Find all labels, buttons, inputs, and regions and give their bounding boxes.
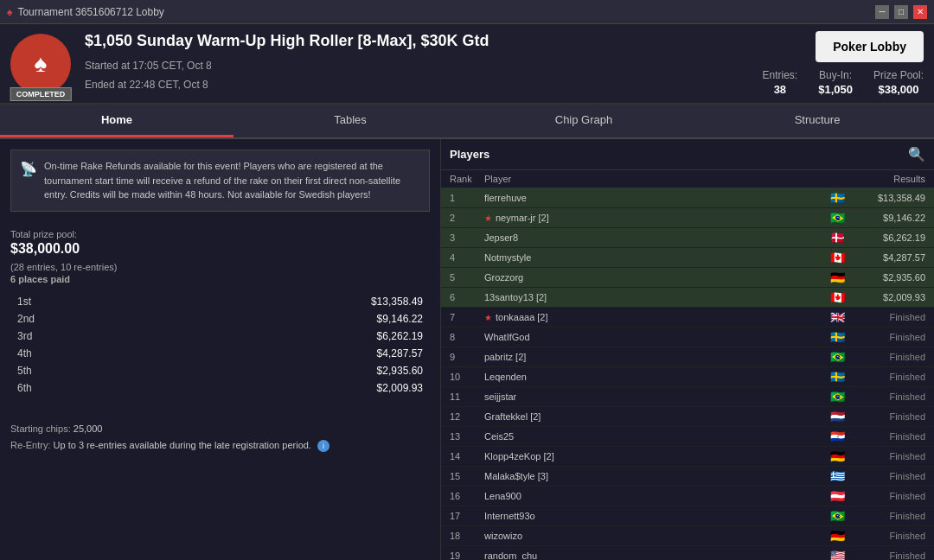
player-rank: 15 <box>450 471 484 481</box>
payout-place: 1st <box>10 293 145 310</box>
player-row[interactable]: 16Lena900🇦🇹Finished <box>441 487 934 506</box>
player-rank: 9 <box>450 352 484 362</box>
player-rank: 3 <box>450 232 484 243</box>
player-row[interactable]: 14Klopp4zeKop [2]🇩🇪Finished <box>441 447 934 467</box>
player-row[interactable]: 7★tonkaaaa [2]🇬🇧Finished <box>441 308 934 328</box>
player-name: Malaka$tyle [3] <box>484 471 830 481</box>
player-rank: 16 <box>450 491 484 501</box>
reentry-val: Up to 3 re-entries available during the … <box>54 440 311 450</box>
header: ♠ COMPLETED $1,050 Sunday Warm-Up High R… <box>0 24 934 105</box>
player-name: wizowizo <box>484 531 830 541</box>
player-name: flerrehuve <box>484 193 830 203</box>
player-name: random_chu <box>484 550 830 560</box>
right-panel: Players 🔍 Rank Player Results 1flerrehuv… <box>441 139 934 560</box>
player-row[interactable]: 15Malaka$tyle [3]🇬🇷Finished <box>441 467 934 487</box>
player-result: Finished <box>856 312 925 322</box>
reentry-row: Re-Entry: Up to 3 re-entries available d… <box>10 437 430 455</box>
player-result: Finished <box>856 332 925 342</box>
player-row[interactable]: 11seijjstar🇧🇷Finished <box>441 387 934 407</box>
payout-row: 2nd$9,146.22 <box>10 310 430 328</box>
search-icon[interactable]: 🔍 <box>908 146 925 162</box>
payout-place: 5th <box>10 362 145 379</box>
player-name: Jepser8 <box>484 232 830 243</box>
maximize-button[interactable]: □ <box>894 5 908 19</box>
player-rank: 1 <box>450 193 484 203</box>
logo-spade-icon: ♠ <box>35 50 48 78</box>
starting-chips-val: 25,000 <box>74 423 103 434</box>
player-row[interactable]: 19random_chu🇺🇸Finished <box>441 546 934 560</box>
notice-box: 📡 On-time Rake Refunds available for thi… <box>10 150 430 212</box>
player-row[interactable]: 3Jepser8🇩🇰$6,262.19 <box>441 228 934 248</box>
player-result: Finished <box>856 531 925 541</box>
info-icon[interactable]: i <box>317 440 329 452</box>
player-row[interactable]: 4Notmystyle🇨🇦$4,287.57 <box>441 248 934 268</box>
player-row[interactable]: 9pabritz [2]🇧🇷Finished <box>441 347 934 367</box>
player-flag: 🇩🇪 <box>830 270 856 284</box>
player-row[interactable]: 1flerrehuve🇸🇪$13,358.49 <box>441 188 934 208</box>
player-name: seijjstar <box>484 391 830 402</box>
players-header: Players 🔍 <box>441 139 934 170</box>
player-row[interactable]: 12Graftekkel [2]🇳🇱Finished <box>441 407 934 427</box>
player-result: $4,287.57 <box>856 252 925 263</box>
nav-tabs: Home Tables Chip Graph Structure <box>0 105 934 139</box>
prize-info: Total prize pool: $38,000.00 (28 entries… <box>10 222 430 404</box>
tournament-info: $1,050 Sunday Warm-Up High Roller [8-Max… <box>85 32 749 94</box>
player-rank: 19 <box>450 550 484 560</box>
completed-badge: COMPLETED <box>10 87 72 101</box>
player-result: Finished <box>856 352 925 362</box>
tab-home[interactable]: Home <box>0 105 234 137</box>
player-row[interactable]: 5Grozzorg🇩🇪$2,935.60 <box>441 268 934 288</box>
player-rank: 13 <box>450 431 484 442</box>
player-row[interactable]: 2★neymar-jr [2]🇧🇷$9,146.22 <box>441 208 934 228</box>
payout-place: 2nd <box>10 310 145 328</box>
player-result: Finished <box>856 471 925 481</box>
player-flag: 🇸🇪 <box>830 370 856 384</box>
app-icon: ♠ <box>7 6 12 18</box>
antenna-icon: 📡 <box>20 159 37 202</box>
player-flag: 🇳🇱 <box>830 410 856 423</box>
player-rank: 5 <box>450 272 484 283</box>
player-name: pabritz [2] <box>484 352 830 362</box>
player-flag: 🇬🇷 <box>830 469 856 483</box>
player-row[interactable]: 13Ceis25🇵🇾Finished <box>441 427 934 447</box>
player-name: WhatIfGod <box>484 332 830 342</box>
player-result: Finished <box>856 550 925 560</box>
entries-value: 38 <box>763 83 798 96</box>
payout-amount: $9,146.22 <box>145 310 430 328</box>
main-content: 📡 On-time Rake Refunds available for thi… <box>0 139 934 560</box>
player-name: 13santoy13 [2] <box>484 292 830 302</box>
player-row[interactable]: 10Leqenden🇸🇪Finished <box>441 367 934 387</box>
players-list[interactable]: 1flerrehuve🇸🇪$13,358.492★neymar-jr [2]🇧🇷… <box>441 188 934 560</box>
payout-row: 6th$2,009.93 <box>10 379 430 397</box>
buyin-value: $1,050 <box>818 83 853 96</box>
entries-label: Entries: <box>763 69 798 81</box>
title-bar-title: Tournament 3651606712 Lobby <box>17 6 163 18</box>
player-rank: 7 <box>450 312 484 322</box>
player-rank: 18 <box>450 531 484 541</box>
prize-pool-value: $38,000 <box>873 83 924 96</box>
player-flag: 🇸🇪 <box>830 191 856 205</box>
tab-tables[interactable]: Tables <box>234 105 467 137</box>
player-name: ★neymar-jr [2] <box>484 213 830 223</box>
tab-structure[interactable]: Structure <box>700 105 934 137</box>
prize-pool-label: Prize Pool: <box>873 69 924 81</box>
player-row[interactable]: 18wizowizo🇩🇪Finished <box>441 526 934 546</box>
payouts-table: 1st$13,358.492nd$9,146.223rd$6,262.194th… <box>10 293 430 397</box>
player-flag: 🇩🇪 <box>830 449 856 463</box>
player-result: Finished <box>856 451 925 461</box>
payout-amount: $2,935.60 <box>145 362 430 379</box>
player-row[interactable]: 8WhatIfGod🇸🇪Finished <box>441 328 934 347</box>
minimize-button[interactable]: ─ <box>875 5 889 19</box>
total-prize-value: $38,000.00 <box>10 241 430 257</box>
buyin-stat: Buy-In: $1,050 <box>818 69 853 96</box>
poker-lobby-button[interactable]: Poker Lobby <box>816 31 924 62</box>
payout-amount: $13,358.49 <box>145 293 430 310</box>
player-row[interactable]: 613santoy13 [2]🇨🇦$2,009.93 <box>441 288 934 308</box>
tab-chip-graph[interactable]: Chip Graph <box>467 105 700 137</box>
player-rank: 8 <box>450 332 484 342</box>
player-row[interactable]: 17Internett93o🇧🇷Finished <box>441 506 934 526</box>
payout-amount: $6,262.19 <box>145 328 430 345</box>
prize-pool-stat: Prize Pool: $38,000 <box>873 69 924 96</box>
player-result: Finished <box>856 431 925 442</box>
close-button[interactable]: ✕ <box>913 5 927 19</box>
